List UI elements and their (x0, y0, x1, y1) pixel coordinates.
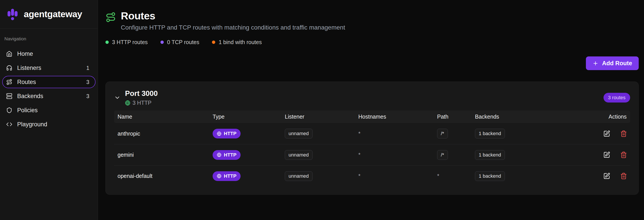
code-icon (6, 121, 12, 127)
hostnames-value: * (358, 130, 437, 137)
sidebar-item-label: Backends (17, 93, 43, 100)
routes-table: Name Type Listener Hostnames Path Backen… (114, 110, 630, 186)
purple-dot-icon (160, 41, 164, 44)
green-dot-icon (106, 41, 109, 44)
table-row: gemini HTTP unnamed * /* 1 backend (114, 144, 630, 165)
column-header-listener: Listener (285, 114, 358, 120)
listener-badge: unnamed (285, 129, 312, 138)
agentgateway-logo-icon (6, 8, 19, 21)
delete-route-button[interactable] (620, 151, 627, 158)
route-icon (6, 79, 12, 85)
type-badge: HTTP (212, 171, 240, 181)
page-title: Routes (121, 10, 345, 22)
sidebar-item-label: Policies (17, 107, 38, 114)
route-name: anthropic (114, 130, 212, 137)
app-window: agentgateway Navigation Home Listeners 1 (0, 0, 644, 220)
brand-header: agentgateway (0, 0, 98, 29)
type-badge: HTTP (212, 150, 240, 160)
plus-icon (592, 60, 598, 66)
globe-icon (217, 152, 222, 157)
trash-icon (620, 130, 627, 137)
chevron-down-icon[interactable] (114, 94, 120, 101)
delete-route-button[interactable] (620, 173, 627, 179)
add-route-button[interactable]: Add Route (586, 56, 639, 70)
sidebar-item-policies[interactable]: Policies (2, 104, 96, 116)
sidebar-nav: Navigation Home Listeners 1 Routes (0, 29, 98, 137)
delete-route-button[interactable] (620, 130, 627, 137)
edit-icon (603, 173, 610, 179)
stat-tcp-routes: 0 TCP routes (160, 39, 199, 45)
edit-route-button[interactable] (603, 130, 610, 137)
sidebar-item-label: Home (17, 51, 33, 57)
sidebar-item-home[interactable]: Home (2, 48, 96, 60)
sidebar-item-label: Listeners (17, 65, 42, 71)
column-header-hostnames: Hostnames (358, 114, 437, 120)
route-name: openai-default (114, 173, 212, 179)
main-content: Routes Configure HTTP and TCP routes wit… (98, 0, 644, 220)
globe-icon (217, 131, 222, 136)
route-icon (106, 12, 116, 23)
globe-icon (217, 174, 222, 178)
edit-icon (603, 151, 610, 158)
hostnames-value: * (358, 173, 437, 179)
toolbar: Add Route (106, 56, 639, 70)
sidebar-item-count: 1 (86, 65, 92, 71)
column-header-actions: Actions (590, 114, 630, 120)
edit-icon (603, 130, 610, 137)
shield-icon (6, 107, 12, 113)
port-group-card: Port 3000 3 HTTP 3 routes Name Type List… (106, 82, 639, 195)
backends-badge: 1 backend (475, 129, 505, 138)
listener-badge: unnamed (285, 171, 312, 181)
sidebar-item-label: Routes (17, 79, 36, 86)
path-value: * (437, 173, 475, 179)
route-name: gemini (114, 152, 212, 158)
trash-icon (620, 151, 627, 158)
column-header-path: Path (437, 114, 475, 120)
backends-badge: 1 backend (475, 171, 505, 181)
sidebar-item-listeners[interactable]: Listeners 1 (2, 62, 96, 74)
stat-http-routes: 3 HTTP routes (106, 39, 148, 45)
stat-binds: 1 bind with routes (212, 39, 262, 45)
sidebar-item-label: Playground (17, 121, 47, 128)
column-header-name: Name (114, 114, 212, 120)
port-group-title: Port 3000 (125, 89, 158, 98)
trash-icon (620, 173, 627, 179)
server-icon (6, 93, 12, 99)
sidebar-item-routes[interactable]: Routes 3 (2, 76, 96, 88)
path-badge: /* (437, 129, 448, 138)
port-group-subtitle: 3 HTTP (125, 100, 158, 106)
backends-badge: 1 backend (475, 150, 505, 160)
globe-icon (125, 100, 130, 106)
table-row: anthropic HTTP unnamed * /* 1 backend (114, 123, 630, 144)
table-row: openai-default HTTP unnamed * * 1 backen… (114, 165, 630, 186)
route-stats: 3 HTTP routes 0 TCP routes 1 bind with r… (106, 39, 639, 45)
sidebar-item-backends[interactable]: Backends 3 (2, 90, 96, 102)
hostnames-value: * (358, 152, 437, 158)
port-group-header: Port 3000 3 HTTP 3 routes (106, 82, 638, 106)
sidebar-item-count: 3 (86, 79, 92, 85)
orange-dot-icon (212, 41, 215, 44)
home-icon (6, 51, 12, 57)
path-badge: /* (437, 150, 448, 160)
listener-badge: unnamed (285, 150, 312, 160)
type-badge: HTTP (212, 129, 240, 138)
edit-route-button[interactable] (603, 151, 610, 158)
sidebar-item-playground[interactable]: Playground (2, 118, 96, 130)
column-header-type: Type (212, 114, 285, 120)
sidebar: agentgateway Navigation Home Listeners 1 (0, 0, 98, 220)
routes-count-badge: 3 routes (604, 93, 630, 103)
sidebar-item-count: 3 (86, 93, 92, 99)
page-header: Routes Configure HTTP and TCP routes wit… (106, 10, 639, 31)
brand-name: agentgateway (24, 9, 82, 20)
nav-section-label: Navigation (2, 34, 96, 46)
headphones-icon (6, 65, 12, 71)
page-subtitle: Configure HTTP and TCP routes with match… (121, 24, 345, 31)
edit-route-button[interactable] (603, 173, 610, 179)
table-header-row: Name Type Listener Hostnames Path Backen… (114, 110, 630, 123)
column-header-backends: Backends (475, 114, 590, 120)
